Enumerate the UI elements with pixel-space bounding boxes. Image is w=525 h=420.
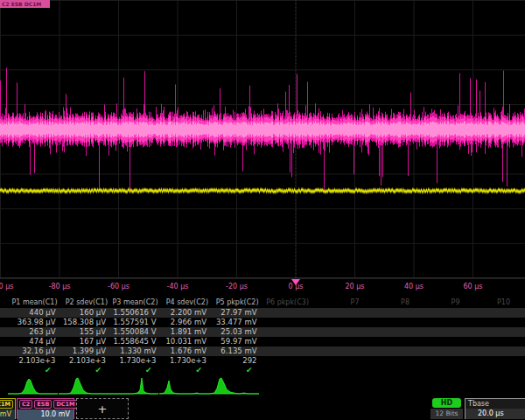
meas-value: 32.16 µV [8, 346, 59, 356]
c2-channel-badge: C2 [19, 400, 32, 409]
meas-value: 1.399 µV [59, 346, 109, 356]
meas-value: 6.135 mV [209, 346, 260, 356]
timebase-value: 20.0 µs [466, 409, 525, 419]
meas-value: 440 µV [8, 308, 59, 318]
measurement-header-row: P1 mean(C1) P2 sdev(C1) P3 mean(C2) P4 s… [0, 298, 525, 308]
axis-tick-label: 60 µs [464, 283, 483, 290]
meas-value: 59.97 mV [209, 337, 260, 346]
axis-tick-label: -100 µs [0, 283, 13, 290]
timebase-descriptor[interactable]: Tbase 20.0 µs [465, 398, 525, 419]
status-check-icon: ✔ [159, 366, 210, 375]
add-trace-button[interactable]: + [76, 398, 129, 419]
axis-tick-label: -80 µs [49, 283, 71, 290]
channel-c2-descriptor[interactable]: C2 ESB DC1M 10.0 mV [17, 398, 74, 419]
meas-value: 1.330 mV [108, 346, 159, 356]
meas-value: 474 µV [8, 337, 59, 346]
meas-value: 1.558645 V [108, 337, 159, 346]
meas-value: 2.103e+3 [59, 356, 109, 366]
meas-value: 155 µV [59, 327, 109, 337]
histogram-icon-p3 [108, 376, 158, 396]
hd-mode-badge[interactable]: HD [432, 398, 461, 408]
meas-value: 2.966 mV [159, 318, 210, 327]
measurement-row-min: 263 µV 155 µV 1.550084 V 1.891 mV 25.03 … [0, 327, 525, 337]
c2-volts-per-div: 10.0 mV [18, 410, 74, 420]
measurement-table: P1 mean(C1) P2 sdev(C1) P3 mean(C2) P4 s… [0, 298, 525, 375]
meas-value: 1.550084 V [108, 327, 159, 337]
waveform-display [0, 0, 525, 278]
meas-value: 160 µV [59, 308, 109, 318]
c2-esb-badge: ESB [34, 400, 52, 409]
descriptor-bar: DC1M 10.0 mV C2 ESB DC1M 10.0 mV + HD 12… [0, 398, 525, 420]
time-axis: -100 µs -80 µs -60 µs -40 µs -20 µs 0 µs… [0, 278, 525, 298]
param-header-p4[interactable]: P4 sdev(C2) [159, 298, 210, 308]
meas-value: 1.730e+3 [108, 356, 159, 366]
measurement-row-sdev: 32.16 µV 1.399 µV 1.330 mV 1.676 mV 6.13… [0, 346, 525, 356]
param-header-p1[interactable]: P1 mean(C1) [8, 298, 59, 308]
meas-value: 2.200 mV [159, 308, 210, 318]
status-check-icon: ✔ [8, 366, 59, 375]
measurement-row-status: ✔ ✔ ✔ ✔ ✔ [0, 366, 525, 375]
param-header-p10[interactable]: P10 [461, 298, 512, 308]
status-check-icon: ✔ [59, 366, 109, 375]
meas-value: 27.97 mV [209, 308, 260, 318]
param-header-p8[interactable]: P8 [360, 298, 411, 308]
status-check-icon: ✔ [209, 366, 260, 375]
timebase-label: Tbase [466, 399, 525, 409]
axis-tick-label: 40 µs [404, 283, 424, 290]
meas-value: 1.891 mV [159, 327, 210, 337]
param-header-p3[interactable]: P3 mean(C2) [108, 298, 159, 308]
meas-value: 33.477 mV [209, 318, 260, 327]
oscilloscope-screen: C2 ESB DC1M -100 µs -80 µs -60 µs -40 µs… [0, 0, 525, 420]
status-check-icon: ✔ [108, 366, 159, 375]
measurement-row-mean: 363.98 µV 158.308 µV 1.557591 V 2.966 mV… [0, 318, 525, 327]
histogram-icon-p5 [209, 376, 259, 396]
axis-tick-label: -40 µs [167, 283, 189, 290]
meas-value: 2.103e+3 [8, 356, 59, 366]
axis-tick-label: -60 µs [108, 283, 130, 290]
c1-coupling-badge: DC1M [0, 400, 13, 409]
measurement-row-num: 2.103e+3 2.103e+3 1.730e+3 1.730e+3 292 [0, 356, 525, 366]
meas-value: 1.557591 V [108, 318, 159, 327]
waveform-canvas [0, 0, 525, 278]
meas-value: 363.98 µV [8, 318, 59, 327]
hd-bits-label: 12 Bits [430, 409, 463, 419]
meas-value: 158.308 µV [59, 318, 109, 327]
meas-value: 263 µV [8, 327, 59, 337]
histogram-icon-p4 [159, 376, 209, 396]
param-header-p6[interactable]: P6 pkpk(C3) [260, 298, 311, 308]
axis-tick-label: 20 µs [346, 283, 365, 290]
meas-value: 1.676 mV [159, 346, 210, 356]
trigger-position-marker[interactable] [291, 279, 300, 285]
param-header-p7[interactable]: P7 [310, 298, 360, 308]
meas-value: 10.031 mV [159, 337, 210, 346]
meas-value: 167 µV [59, 337, 109, 346]
axis-tick-label: -20 µs [226, 283, 248, 290]
trace-label-badge: C2 ESB DC1M [0, 0, 50, 8]
c2-coupling-badge: DC1M [53, 400, 77, 409]
param-header-p5[interactable]: P5 pkpk(C2) [209, 298, 260, 308]
meas-value: 25.03 mV [209, 327, 260, 337]
meas-value: 292 [209, 356, 260, 366]
c1-volts-per-div: 10.0 mV [0, 410, 15, 420]
histogram-icon-p1 [8, 376, 58, 396]
meas-value: 1.730e+3 [159, 356, 210, 366]
measurement-row-value: 440 µV 160 µV 1.550616 V 2.200 mV 27.97 … [0, 308, 525, 318]
measurement-row-max: 474 µV 167 µV 1.558645 V 10.031 mV 59.97… [0, 337, 525, 346]
histogram-icon-p2 [59, 376, 108, 396]
meas-value: 1.550616 V [108, 308, 159, 318]
param-header-p2[interactable]: P2 sdev(C1) [59, 298, 109, 308]
plus-icon: + [98, 402, 108, 416]
param-header-p9[interactable]: P9 [410, 298, 461, 308]
channel-c1-descriptor[interactable]: DC1M 10.0 mV [0, 398, 16, 419]
histicon-row [0, 376, 525, 397]
